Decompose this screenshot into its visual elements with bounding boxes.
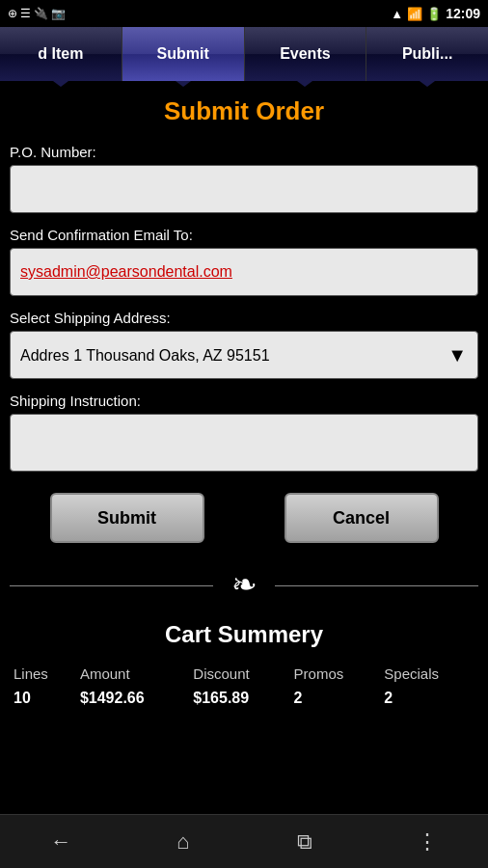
recent-icon: ⧉ — [297, 829, 312, 854]
signal-icon: 📶 — [407, 7, 422, 21]
shipping-address-section: Select Shipping Address: Addres 1 Thousa… — [10, 310, 478, 379]
col-promos: Promos — [290, 662, 381, 686]
shipping-instruction-section: Shipping Instruction: — [10, 393, 478, 475]
system-icon-2: ☰ — [20, 7, 31, 20]
col-discount: Discount — [189, 662, 289, 686]
system-icon-4: 📷 — [51, 7, 66, 20]
tab-add-item[interactable]: d Item — [0, 27, 122, 81]
col-lines: Lines — [10, 662, 76, 686]
home-button[interactable]: ⌂ — [154, 823, 212, 861]
nav-tabs: d Item Submit Events Publi... — [0, 27, 488, 81]
tab-submit-label: Submit — [157, 45, 209, 63]
system-icon-3: 🔌 — [34, 7, 48, 20]
tab-publications[interactable]: Publi... — [366, 27, 488, 81]
val-specials: 2 — [380, 686, 478, 711]
shipping-address-label: Select Shipping Address: — [10, 310, 478, 326]
back-icon: ← — [50, 829, 71, 854]
tab-events-label: Events — [280, 45, 330, 63]
svg-text:❧: ❧ — [231, 567, 258, 602]
divider-line-left — [10, 585, 213, 586]
button-row: Submit Cancel — [10, 493, 478, 543]
val-lines: 10 — [10, 686, 76, 711]
email-section: Send Confirmation Email To: — [10, 227, 478, 296]
more-icon: ⋮ — [417, 829, 438, 854]
ornament-icon: ❧ — [213, 560, 275, 611]
ornament-svg: ❧ — [221, 560, 267, 607]
email-input[interactable] — [10, 248, 478, 296]
val-amount: $1492.66 — [76, 686, 189, 711]
battery-icon: 🔋 — [426, 7, 442, 21]
email-label: Send Confirmation Email To: — [10, 227, 478, 243]
col-amount: Amount — [76, 662, 189, 686]
main-content: Submit Order P.O. Number: Send Confirmat… — [0, 81, 488, 720]
system-icons: ⊕ ☰ 🔌 📷 — [8, 7, 66, 20]
tab-publications-label: Publi... — [402, 45, 452, 63]
page-title: Submit Order — [10, 96, 478, 126]
po-number-section: P.O. Number: — [10, 144, 478, 213]
shipping-address-wrapper: Addres 1 Thousand Oaks, AZ 95151 Addres … — [10, 331, 478, 379]
val-discount: $165.89 — [189, 686, 289, 711]
divider-section: ❧ — [10, 560, 478, 611]
cart-table: Lines Amount Discount Promos Specials 10… — [10, 662, 478, 711]
divider-line-right — [275, 585, 478, 586]
shipping-instruction-label: Shipping Instruction: — [10, 393, 478, 409]
cart-table-data-row: 10 $1492.66 $165.89 2 2 — [10, 686, 478, 711]
tab-events[interactable]: Events — [245, 27, 367, 81]
recent-apps-button[interactable]: ⧉ — [276, 823, 334, 861]
val-promos: 2 — [290, 686, 381, 711]
connectivity-icons: ▲ 📶 🔋 12:09 — [391, 6, 480, 21]
wifi-icon: ▲ — [391, 7, 403, 21]
shipping-instruction-input[interactable] — [10, 414, 478, 472]
tab-submit[interactable]: Submit — [122, 27, 245, 81]
bottom-nav: ← ⌂ ⧉ ⋮ — [0, 814, 488, 868]
tab-add-item-label: d Item — [38, 45, 83, 63]
cart-table-header-row: Lines Amount Discount Promos Specials — [10, 662, 478, 686]
cancel-button[interactable]: Cancel — [285, 493, 439, 543]
po-number-label: P.O. Number: — [10, 144, 478, 160]
status-time: 12:09 — [446, 6, 480, 21]
cart-title: Cart Summery — [10, 621, 478, 648]
more-options-button[interactable]: ⋮ — [398, 823, 456, 861]
shipping-address-select[interactable]: Addres 1 Thousand Oaks, AZ 95151 Addres … — [10, 331, 478, 379]
po-number-input[interactable] — [10, 165, 478, 213]
home-icon: ⌂ — [176, 829, 189, 854]
submit-button[interactable]: Submit — [50, 493, 204, 543]
system-icon-1: ⊕ — [8, 7, 17, 20]
back-button[interactable]: ← — [32, 823, 90, 861]
col-specials: Specials — [380, 662, 478, 686]
status-bar: ⊕ ☰ 🔌 📷 ▲ 📶 🔋 12:09 — [0, 0, 488, 27]
